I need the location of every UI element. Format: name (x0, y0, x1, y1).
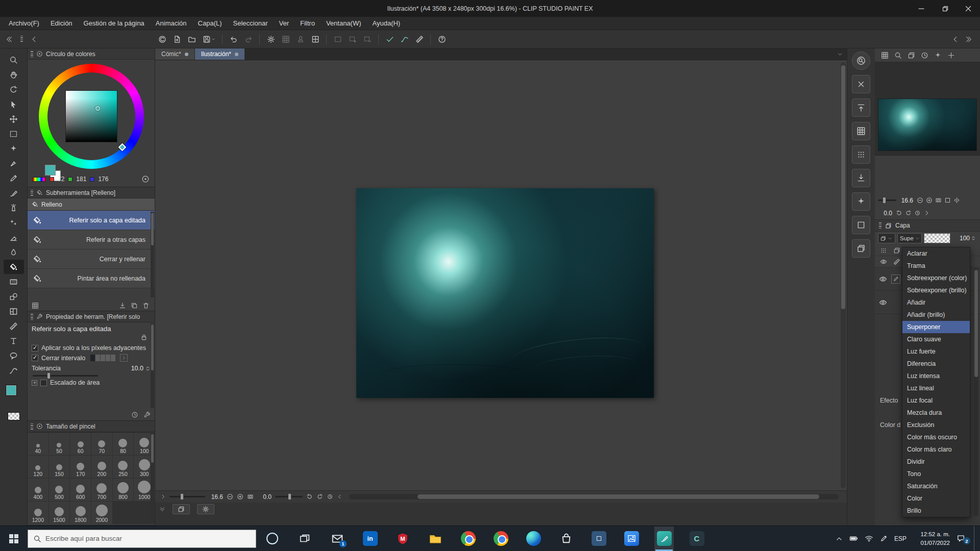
adjacent-checkbox[interactable] (32, 345, 38, 352)
menu-archivof[interactable]: Archivo(F) (3, 17, 45, 30)
navigator-flip-icon[interactable] (953, 197, 960, 204)
brush-size-1800[interactable]: 1800 (70, 502, 91, 524)
tool-hand[interactable] (4, 67, 24, 82)
pen-input-icon[interactable] (880, 535, 888, 542)
photos-icon[interactable] (622, 527, 641, 551)
taskbar-clock[interactable]: 12:52 a. m. 01/07/2022 (913, 530, 950, 546)
clip-studio-paint-icon[interactable] (654, 527, 674, 551)
reset-rotation-icon[interactable] (327, 493, 333, 500)
navigator-square-icon[interactable] (944, 197, 951, 204)
edge-icon[interactable] (524, 527, 543, 551)
navigator-zoom-value[interactable]: 16.6 (899, 197, 914, 204)
palette-tab-grid-icon[interactable] (881, 52, 889, 59)
palette-tab-layers-icon[interactable] (908, 52, 915, 59)
cortana-icon[interactable] (262, 527, 282, 551)
brush-size-250[interactable]: 250 (113, 456, 134, 478)
subtool-item-cerrar-y-rellenar[interactable]: Cerrar y rellenar (28, 249, 155, 269)
brush-size-1500[interactable]: 1500 (49, 502, 70, 524)
tool-rotate-canvas[interactable] (4, 82, 24, 96)
color-mode-toggle-icon[interactable] (141, 175, 150, 183)
rotation-slider-knob[interactable] (288, 493, 291, 500)
tool-selection[interactable] (4, 127, 24, 141)
tolerance-slider[interactable] (33, 375, 98, 377)
brush-size-600[interactable]: 600 (70, 479, 91, 501)
page-settings-button[interactable] (197, 504, 214, 514)
blend-mode-aclarar[interactable]: Aclarar (902, 247, 970, 260)
right-strip-layers-button[interactable] (852, 239, 870, 258)
layer-toolbar-dots-icon[interactable] (880, 247, 887, 254)
option-adjacent-pixels[interactable]: Aplicar solo a los píxeles adyacentes (28, 343, 155, 353)
blend-mode-color-más-claro[interactable]: Color más claro (902, 443, 970, 456)
blend-mode-mezcla-dura[interactable]: Mezcla dura (902, 407, 970, 419)
blend-mode-combo[interactable]: Supe (897, 233, 922, 243)
right-strip-close-x-button[interactable] (852, 75, 870, 93)
language-indicator[interactable]: ESP (894, 535, 906, 542)
canvas-document[interactable] (356, 188, 654, 398)
zoom-slider-knob[interactable] (180, 493, 184, 500)
clip-studio-icon[interactable]: C (687, 527, 706, 551)
layer-palette-combo[interactable] (878, 233, 895, 243)
blend-mode-luz-lineal[interactable]: Luz lineal (902, 382, 970, 394)
brush-size-1200[interactable]: 1200 (28, 502, 48, 524)
toolbar-snap-grid-button[interactable] (308, 32, 322, 46)
tool-move-layer[interactable] (4, 112, 24, 126)
tab-modified-dot[interactable] (235, 53, 238, 56)
right-strip-subview-button[interactable] (852, 52, 870, 70)
menu-ver[interactable]: Ver (273, 17, 295, 30)
navigator-thumbnail[interactable] (878, 98, 977, 151)
close-gap-segments[interactable] (90, 355, 115, 361)
mcafee-icon[interactable]: M (393, 527, 412, 551)
navigator-plus-circle-icon[interactable] (926, 197, 933, 204)
panel-grip[interactable] (31, 51, 33, 57)
tolerance-value[interactable]: 10.0 (131, 365, 143, 372)
page-manager-button[interactable] (173, 504, 190, 514)
tool-airbrush[interactable] (4, 201, 24, 215)
toolbar-open-folder-button[interactable] (185, 32, 199, 46)
zoom-out-icon[interactable] (227, 493, 233, 500)
tool-eraser[interactable] (4, 230, 24, 244)
restore-default-icon[interactable] (131, 411, 138, 418)
brush-size-700[interactable]: 700 (91, 479, 112, 501)
panel-grip[interactable] (31, 314, 33, 320)
toolbar-grid-button[interactable] (279, 32, 292, 46)
tab-ilustracion[interactable]: Ilustración* (195, 48, 245, 60)
layer-toolbar-eye-icon[interactable] (880, 258, 887, 265)
panel-grip[interactable] (31, 423, 33, 430)
toolbar-snap-curve-button[interactable] (398, 32, 411, 46)
copy-subtool-icon[interactable] (131, 302, 138, 309)
toolbar-undo-button[interactable] (227, 32, 240, 46)
tool-auto-select[interactable] (4, 141, 24, 156)
option-close-gap[interactable]: Cerrar intervalo (28, 353, 155, 363)
blend-mode-añadir[interactable]: Añadir (902, 296, 970, 309)
tool-balloon[interactable] (4, 348, 24, 363)
navigator-zoom-knob[interactable] (883, 197, 886, 204)
panel-grip[interactable] (879, 222, 881, 229)
toolbar-gear-button[interactable] (264, 32, 278, 46)
search-input[interactable] (45, 535, 251, 542)
right-strip-upload-button[interactable] (852, 98, 870, 117)
navigator-rot-right-icon[interactable] (905, 210, 912, 216)
layer-toolbar-layers-icon[interactable] (893, 247, 900, 254)
tool-pencil[interactable] (4, 171, 24, 185)
subtool-item-referir-solo-a-capa-editada[interactable]: Referir solo a capa editada (28, 211, 155, 230)
main-color-swatch[interactable] (45, 165, 56, 176)
canvas-viewport[interactable] (155, 60, 847, 490)
navigator-rot-left-icon[interactable] (896, 210, 902, 216)
tool-brush[interactable] (4, 186, 24, 200)
statusbar-collapse-icon[interactable] (337, 494, 342, 499)
tab-comic[interactable]: Cómic* (155, 48, 195, 60)
layer-opacity-value[interactable]: 100 (960, 235, 970, 242)
palette-tab-clock-icon[interactable] (921, 52, 928, 59)
restore-button[interactable] (933, 0, 957, 17)
subtool-grid-icon[interactable] (32, 302, 39, 309)
detail-settings-icon[interactable] (143, 411, 151, 418)
show-desktop-button[interactable] (974, 526, 977, 551)
subtool-header[interactable]: Subherramienta [Relleno] (28, 187, 155, 198)
menu-edición[interactable]: Edición (45, 17, 78, 30)
tool-fill[interactable] (4, 260, 24, 274)
toolbar-select-add-button[interactable] (346, 32, 359, 46)
tool-frame[interactable] (4, 304, 24, 318)
tool-line-correction[interactable] (4, 363, 24, 378)
blend-mode-luz-focal[interactable]: Luz focal (902, 394, 970, 407)
rotation-value[interactable]: 0.0 (257, 493, 272, 500)
